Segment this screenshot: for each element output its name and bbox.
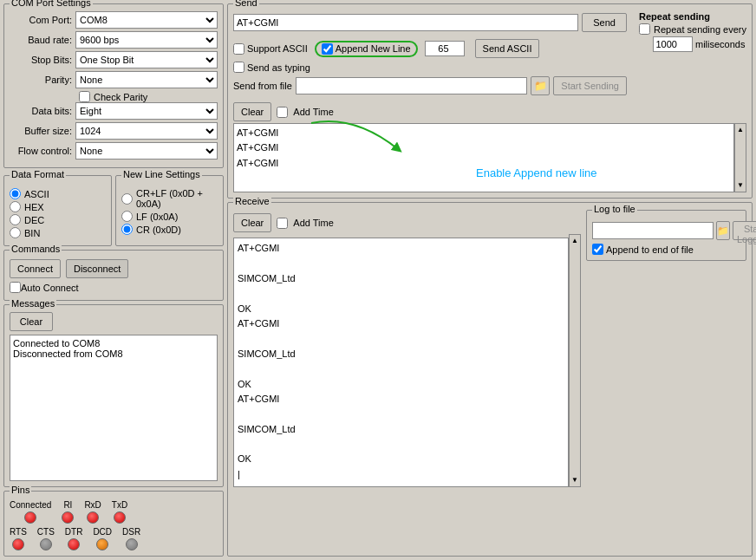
log-file-input-row: 📁 Start Logging: [592, 221, 740, 240]
repeat-sending-section: Repeat sending Repeat sending every mili…: [639, 11, 746, 52]
browse-file-button[interactable]: 📁: [531, 76, 550, 95]
recv-line-10: AT+CGMI: [238, 393, 564, 406]
pin-dtr: DTR: [65, 527, 83, 550]
send-text-line-3: AT+CGMI: [237, 157, 731, 170]
send-ascii-button[interactable]: Send ASCII: [475, 39, 540, 58]
support-ascii-checkbox[interactable]: [233, 43, 244, 55]
receive-section: Receive Clear Add Time AT+CGMI SIMCOM_Lt…: [227, 202, 753, 557]
buffer-size-label: Buffer size:: [10, 126, 72, 136]
pin-rts-label: RTS: [10, 527, 27, 537]
disconnect-button[interactable]: Disconnect: [66, 259, 128, 278]
log-file-path-input[interactable]: [592, 222, 714, 239]
lf-label: LF (0x0A): [136, 212, 178, 222]
crlf-radio[interactable]: [121, 193, 133, 205]
log-to-file-title: Log to file: [592, 204, 637, 214]
pin-cts-light: [40, 538, 52, 550]
messages-content: Connected to COM8 Disconnected from COM8: [10, 335, 218, 481]
pin-connected: Connected: [10, 500, 51, 524]
com-port-settings-group: COM Port Settings Com Port: COM8 Baud ra…: [3, 3, 224, 168]
send-lower-area: Clear Add Time AT+CGMI AT+CGMI AT+CGMI: [233, 99, 746, 192]
check-parity-checkbox[interactable]: [79, 91, 90, 102]
bin-radio[interactable]: [10, 227, 21, 238]
buffer-size-row: Buffer size: 1024: [10, 122, 218, 140]
receive-clear-button[interactable]: Clear: [233, 213, 271, 232]
parity-select[interactable]: None: [75, 71, 218, 88]
data-bits-select[interactable]: Eight: [75, 102, 218, 120]
pin-ri-label: RI: [63, 500, 72, 510]
com-port-label: Com Port:: [10, 15, 72, 25]
recv-cursor: |: [238, 468, 564, 481]
pin-dcd-light: [96, 538, 108, 550]
pin-cts: CTS: [37, 527, 55, 550]
pin-rxd-light: [87, 511, 99, 524]
receive-scroll-up[interactable]: ▲: [570, 235, 580, 247]
send-clear-button[interactable]: Clear: [233, 102, 271, 121]
log-to-file-section: Log to file 📁 Start Logging Append to en…: [586, 210, 746, 261]
pin-cts-label: CTS: [37, 527, 55, 537]
pin-dcd-label: DCD: [93, 527, 112, 537]
pin-connected-label: Connected: [10, 500, 51, 510]
send-button[interactable]: Send: [582, 13, 627, 32]
bin-radio-row: BIN: [10, 227, 106, 238]
pins-row2: RTS CTS DTR DCD DSR: [10, 527, 218, 550]
com-port-row: Com Port: COM8: [10, 11, 218, 29]
start-logging-button[interactable]: Start Logging: [733, 221, 756, 240]
repeat-sending-checkbox[interactable]: [639, 23, 650, 35]
send-file-path-input[interactable]: [296, 77, 527, 94]
receive-add-time-label: Add Time: [293, 218, 333, 228]
lf-radio[interactable]: [121, 211, 133, 222]
dec-radio[interactable]: [10, 214, 21, 225]
message-line-2: Disconnected from COM8: [13, 348, 214, 359]
flow-control-label: Flow control:: [10, 146, 72, 156]
com-port-select[interactable]: COM8: [75, 11, 218, 29]
folder-icon: 📁: [534, 80, 547, 92]
receive-scroll-down[interactable]: ▼: [570, 474, 580, 486]
data-format-group: Data Format ASCII HEX DEC BIN: [3, 175, 112, 246]
repeat-sending-title: Repeat sending: [639, 11, 746, 22]
recv-line-12: SIMCOM_Ltd: [238, 423, 564, 436]
repeat-sending-label: Repeat sending every: [654, 24, 746, 35]
baud-rate-row: Baud rate: 9600 bps: [10, 31, 218, 49]
receive-content: AT+CGMI SIMCOM_Ltd OK AT+CGMI SIMCOM_Ltd…: [233, 238, 569, 487]
commands-buttons: Connect Disconnect: [10, 259, 218, 278]
auto-connect-checkbox[interactable]: [10, 282, 21, 293]
receive-scrollbar[interactable]: ▲ ▼: [569, 234, 581, 487]
hex-radio[interactable]: [10, 201, 21, 212]
send-as-typing-checkbox[interactable]: [233, 62, 244, 73]
append-end-checkbox[interactable]: [592, 244, 603, 255]
buffer-size-select[interactable]: 1024: [75, 122, 218, 140]
send-options-row: Support ASCII Append New Line Send ASCII: [233, 39, 627, 58]
messages-group: Messages Clear Connected to COM8 Disconn…: [3, 304, 224, 487]
messages-clear-button[interactable]: Clear: [10, 312, 53, 331]
append-new-line-group: Append New Line: [315, 41, 418, 57]
append-end-row: Append to end of file: [592, 244, 740, 255]
stop-bits-select[interactable]: One Stop Bit: [75, 51, 218, 68]
send-scroll-down[interactable]: ▼: [735, 179, 746, 192]
start-sending-button[interactable]: Start Sending: [553, 76, 627, 95]
send-command-input[interactable]: [233, 14, 578, 31]
send-scroll-up[interactable]: ▲: [735, 124, 746, 136]
recv-line-4: OK: [238, 303, 564, 316]
send-add-time-checkbox[interactable]: [277, 107, 288, 118]
pin-connected-light: [24, 511, 36, 524]
stop-bits-row: Stop Bits: One Stop Bit: [10, 51, 218, 68]
log-browse-button[interactable]: 📁: [716, 221, 730, 240]
recv-line-11: [238, 407, 564, 420]
dec-label: DEC: [24, 215, 44, 225]
connect-button[interactable]: Connect: [10, 259, 61, 278]
repeat-ms-input[interactable]: [653, 36, 693, 52]
recv-line-0: AT+CGMI: [238, 242, 564, 255]
ascii-radio[interactable]: [10, 188, 21, 199]
receive-add-time-checkbox[interactable]: [277, 218, 288, 229]
pins-title: Pins: [10, 485, 31, 495]
send-top-row: Send: [233, 13, 627, 32]
append-new-line-checkbox[interactable]: [322, 43, 333, 55]
pin-rxd: RxD: [84, 500, 101, 524]
recv-line-9: OK: [238, 378, 564, 391]
char-count-input[interactable]: [425, 41, 465, 56]
cr-radio[interactable]: [121, 224, 133, 235]
send-scrollbar[interactable]: ▲ ▼: [734, 123, 746, 192]
baud-rate-select[interactable]: 9600 bps: [75, 31, 218, 49]
flow-control-select[interactable]: None: [75, 142, 218, 160]
commands-title: Commands: [10, 244, 62, 254]
